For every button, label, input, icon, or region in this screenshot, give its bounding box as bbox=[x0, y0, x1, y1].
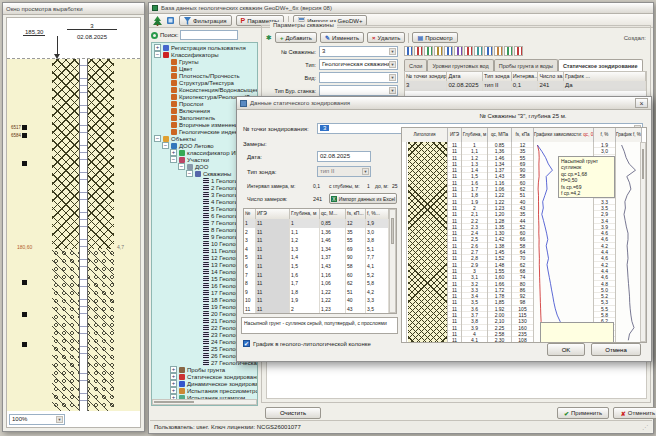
expand-icon[interactable]: + bbox=[170, 366, 177, 373]
chevron-down-icon[interactable]: ▼ bbox=[389, 87, 396, 94]
column-header[interactable]: Дата bbox=[447, 72, 483, 81]
main-window-titlebar[interactable]: База данных геологических скважин GeoDW+… bbox=[149, 3, 653, 14]
resize-grip[interactable]: ⋰ bbox=[642, 423, 648, 430]
column-header[interactable]: График ... bbox=[564, 72, 646, 81]
chart-style-icon-style-7[interactable] bbox=[464, 46, 473, 56]
chart-style-icon-style-1[interactable] bbox=[404, 46, 413, 56]
column-graph-checkbox[interactable]: ✔ График в геолого-литологической колонк… bbox=[243, 340, 371, 347]
field-select[interactable]: ▼ bbox=[319, 72, 398, 83]
borehole-window-titlebar[interactable]: Окно просмотра выработки bbox=[3, 3, 144, 15]
chart-style-icon-style-10[interactable] bbox=[494, 46, 503, 56]
chevron-down-icon[interactable]: ▼ bbox=[389, 61, 396, 68]
close-icon[interactable]: × bbox=[635, 98, 648, 108]
measurement-row[interactable]: 2111,11,36353,0 bbox=[244, 228, 396, 237]
delete-button[interactable]: ×Удалить bbox=[367, 32, 405, 43]
tab-3[interactable]: Пробы грунта и воды bbox=[494, 59, 558, 71]
column-header[interactable]: Интерва... bbox=[512, 72, 539, 81]
tree-hscrollbar[interactable] bbox=[152, 399, 257, 405]
measurement-row[interactable]: 11110,85121,9 bbox=[244, 219, 396, 228]
measurement-row[interactable]: 6111,51,43584,1 bbox=[244, 262, 396, 271]
measurement-row[interactable]: 9111,81,22514,2 bbox=[244, 288, 396, 297]
edit-button[interactable]: ✎Изменить bbox=[320, 32, 364, 43]
collapse-icon[interactable]: − bbox=[154, 135, 161, 142]
column-header[interactable]: ИГЭ bbox=[256, 209, 290, 219]
dialog-titlebar[interactable]: Данные статического зондирования × bbox=[237, 97, 651, 110]
apply-button[interactable]: ✔Применить bbox=[557, 407, 609, 419]
measurement-row[interactable]: 3111,21,46553,8 bbox=[244, 236, 396, 245]
probe-type-select[interactable]: тип II▼ bbox=[317, 166, 371, 177]
chart-style-icon-style-3[interactable] bbox=[424, 46, 433, 56]
expand-icon[interactable]: + bbox=[170, 149, 177, 156]
column-header[interactable]: qc, М... bbox=[320, 209, 346, 219]
chart-style-icon-style-9[interactable] bbox=[484, 46, 493, 56]
view-button[interactable]: ▤Просмотр bbox=[412, 32, 457, 43]
add-button[interactable]: +Добавить bbox=[275, 32, 317, 43]
date-input[interactable]: 02.08.2025 bbox=[317, 151, 371, 162]
clear-button[interactable]: Очистить bbox=[265, 407, 321, 419]
measurement-row[interactable]: 4111,31,34695,1 bbox=[244, 245, 396, 254]
dialog-cancel-button[interactable]: Отмена bbox=[591, 343, 641, 356]
expand-icon[interactable]: + bbox=[154, 44, 161, 51]
tree-item[interactable]: Структура/Текстура bbox=[153, 79, 257, 86]
tree-item[interactable]: +Динамическое зондирование bbox=[153, 380, 257, 387]
import-excel-button[interactable]: X Импорт данных из Excel bbox=[329, 193, 397, 204]
field-select[interactable]: 3▼ bbox=[319, 46, 398, 57]
chevron-down-icon[interactable]: ▼ bbox=[389, 74, 396, 81]
chart-style-icon-style-4[interactable] bbox=[434, 46, 443, 56]
tree-item[interactable]: −Классификаторы bbox=[153, 51, 257, 58]
measurement-row[interactable]: 5111,41,37907,7 bbox=[244, 253, 396, 262]
tree-item[interactable]: +Статическое зондирование bbox=[153, 373, 257, 380]
tree-item[interactable]: Цвет bbox=[153, 65, 257, 72]
column-header[interactable]: Тип зонда bbox=[483, 72, 512, 81]
tree-hscrollbar-thumb[interactable] bbox=[154, 401, 194, 403]
field-select[interactable]: ▼ bbox=[319, 85, 398, 96]
measurements-table[interactable]: №ИГЭГлубина, мqc, М...fs, кП...f, %... 1… bbox=[243, 208, 397, 314]
table-vscrollbar[interactable] bbox=[389, 209, 396, 313]
chart-style-icon-style-12[interactable] bbox=[514, 46, 523, 56]
ok-button[interactable]: OK bbox=[547, 343, 585, 356]
tree-item[interactable]: Грунты bbox=[153, 58, 257, 65]
chevron-down-icon[interactable]: ▼ bbox=[56, 416, 63, 423]
borehole-canvas[interactable]: 185,30 3 02.08.2025 180,60 4,7 65176584 … bbox=[6, 17, 141, 428]
collapse-icon[interactable]: − bbox=[162, 142, 169, 149]
measurement-row[interactable]: 8111,71,06625,8 bbox=[244, 279, 396, 288]
chart-style-icon-style-5[interactable] bbox=[444, 46, 453, 56]
chart-style-icon-style-11[interactable] bbox=[504, 46, 513, 56]
expand-icon[interactable]: + bbox=[170, 373, 177, 380]
tab-1[interactable]: Слои bbox=[404, 59, 427, 71]
refresh-icon[interactable] bbox=[166, 16, 175, 25]
sounding-graph-panel[interactable]: Литология ИГЭ Глубина, м qc, МПа fs, кПа… bbox=[401, 127, 647, 343]
search-input[interactable] bbox=[180, 30, 238, 40]
column-header[interactable]: fs, кП... bbox=[346, 209, 366, 219]
collapse-icon[interactable]: − bbox=[154, 51, 161, 58]
panel-vscrollbar-thumb[interactable] bbox=[642, 149, 644, 179]
chart-style-icon-style-2[interactable] bbox=[414, 46, 423, 56]
tree-item[interactable]: +Испытания прессиометром bbox=[153, 387, 257, 394]
zoom-select[interactable]: 100%▼ bbox=[9, 414, 65, 425]
field-select[interactable]: Геологическая скважина▼ bbox=[319, 59, 398, 70]
filter-button[interactable]: Фильтрация bbox=[179, 15, 232, 26]
measurement-row[interactable]: 10111,91,22403,3 bbox=[244, 296, 396, 305]
panel-vscrollbar[interactable] bbox=[640, 142, 646, 342]
collapse-icon[interactable]: − bbox=[170, 156, 177, 163]
star-icon[interactable]: ✱ bbox=[266, 34, 272, 42]
measurement-row[interactable]: 7111,61,16605,2 bbox=[244, 271, 396, 280]
expand-icon[interactable]: + bbox=[170, 387, 177, 394]
column-header[interactable]: № bbox=[244, 209, 256, 219]
column-header[interactable]: Глубина, м bbox=[290, 209, 320, 219]
tree-icon[interactable] bbox=[153, 16, 162, 26]
tree-item[interactable]: +Регистрация пользователя bbox=[153, 44, 257, 51]
chart-style-icon-style-8[interactable] bbox=[474, 46, 483, 56]
tab-2[interactable]: Уровни грунтовых вод bbox=[427, 59, 493, 71]
tree-item[interactable]: Плотность/Прочность bbox=[153, 72, 257, 79]
collapse-icon[interactable]: − bbox=[178, 163, 185, 170]
expand-icon[interactable]: + bbox=[170, 380, 177, 387]
tree-item[interactable]: Консистенция/Водонасыщение/Водопрочность bbox=[153, 86, 257, 93]
column-header[interactable]: № точки зондир... bbox=[405, 72, 447, 81]
column-header[interactable]: f, %... bbox=[366, 209, 389, 219]
sounding-points-table[interactable]: № точки зондир...ДатаТип зондаИнтерва...… bbox=[404, 71, 647, 99]
collapse-icon[interactable]: − bbox=[186, 170, 193, 177]
tab-4[interactable]: Статическое зондирование bbox=[558, 59, 643, 71]
column-header[interactable]: Число за... bbox=[538, 72, 564, 81]
table-vscrollbar-thumb[interactable] bbox=[391, 218, 394, 244]
